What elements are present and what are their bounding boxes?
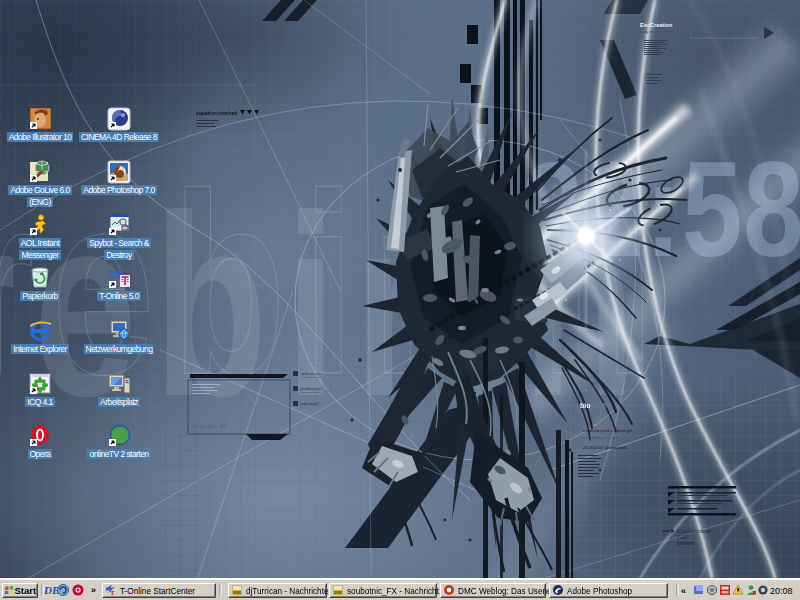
svg-text:DB: DB [43,584,59,596]
svg-text:ExoCreation: ExoCreation [640,22,673,28]
svg-text:dummy lines info: dummy lines info [192,424,228,429]
svg-text:body blessing 99a: body blessing 99a [640,29,673,34]
svg-text:biodraft: biodraft [580,402,607,409]
svg-text:podkotistyci: podkotistyci [301,386,322,391]
svg-text:T-Online StartCenter: T-Online StartCenter [120,587,195,596]
svg-text:7 197: 7 197 [677,535,689,540]
svg-text:knfuckit: knfuckit [677,541,695,546]
svg-text:Start: Start [15,585,37,596]
svg-text:equation reached: equation reached [196,110,237,116]
svg-text:overdosing - u, rip-in: overdosing - u, rip-in [583,435,619,440]
svg-text:cursor coordinate: cursor coordinate [677,529,712,534]
svg-text:20:08: 20:08 [770,586,793,596]
svg-text:soubotnic_FX - Nachricht...: soubotnic_FX - Nachricht... [347,587,446,596]
svg-text:stillesecelan: stillesecelan [301,371,323,376]
svg-text:«: « [681,586,686,596]
svg-text:T: T [110,589,115,597]
svg-text:»: » [91,585,96,595]
svg-text:niedostatystit + nibeangel: niedostatystit + nibeangel [583,428,632,433]
svg-text:DMC Weblog: Das Usene...: DMC Weblog: Das Usene... [458,587,558,596]
svg-text:26.08.2002 deepspook: 26.08.2002 deepspook [583,445,627,450]
svg-text:nibeangel: nibeangel [301,401,318,406]
svg-text:Adobe Photoshop: Adobe Photoshop [567,587,633,596]
